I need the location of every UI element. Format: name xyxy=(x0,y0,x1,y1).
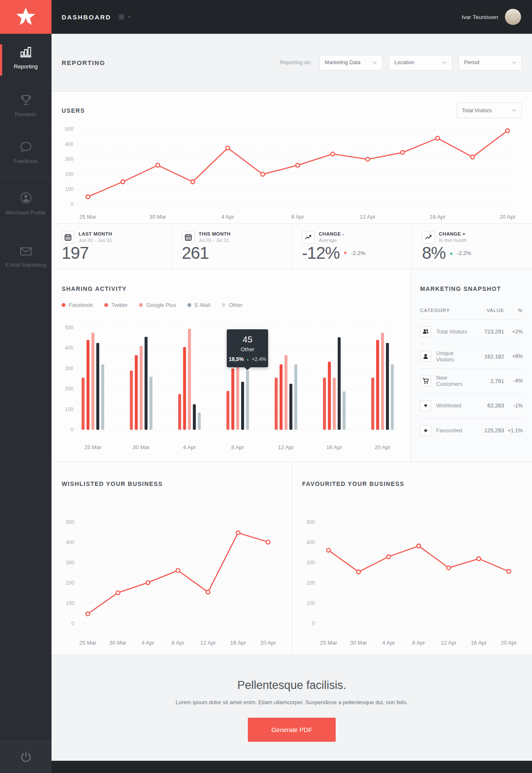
svg-text:20 Apr: 20 Apr xyxy=(375,444,391,450)
row-label: New Customers xyxy=(436,374,472,387)
svg-text:25 Mar: 25 Mar xyxy=(79,640,97,646)
svg-text:25 Mar: 25 Mar xyxy=(79,214,97,220)
marketing-snapshot-panel: MARKETING SNAPSHOT CATEGORY VALUE % Tota… xyxy=(410,269,532,462)
svg-text:200: 200 xyxy=(65,386,73,392)
heart-icon: ♥ xyxy=(420,400,431,411)
row-label: Wishlisted xyxy=(436,402,472,409)
legend-twitter[interactable]: Twitter xyxy=(104,302,128,308)
brand-logo[interactable] xyxy=(0,0,52,34)
svg-text:400: 400 xyxy=(65,345,73,351)
generate-pdf-button[interactable]: Generate PDF xyxy=(248,718,336,742)
reporting-on-label: Reporting on: xyxy=(280,60,312,65)
svg-text:0: 0 xyxy=(71,201,73,207)
sidebar-item-feedback[interactable]: Feedback xyxy=(0,130,52,177)
power-icon xyxy=(19,750,33,764)
chevron-down-icon xyxy=(512,109,516,112)
chevron-down-icon[interactable]: ▾ xyxy=(128,15,130,19)
person-circle-icon xyxy=(19,191,33,204)
sidebar-item-rewards[interactable]: Rewards xyxy=(0,83,52,130)
column-value: VALUE xyxy=(472,308,504,313)
wishlisted-section: WISHLISTED YOUR BUSINESS 010020030040050… xyxy=(52,462,292,655)
svg-text:300: 300 xyxy=(306,560,315,566)
row-value: 162,182 xyxy=(472,353,504,360)
snapshot-table-header: CATEGORY VALUE % xyxy=(420,308,523,320)
trend-arrow-icon: ▲ xyxy=(449,251,453,255)
svg-text:30 Mar: 30 Mar xyxy=(133,444,150,450)
sidebar-spacer xyxy=(0,284,52,741)
stat-label: CHANGE - xyxy=(319,231,344,236)
svg-text:8 Apr: 8 Apr xyxy=(231,444,244,450)
svg-text:100: 100 xyxy=(65,407,73,412)
marketing-data-dropdown[interactable]: Marketing Data xyxy=(319,55,383,71)
period-dropdown[interactable]: Period xyxy=(459,55,522,71)
favourited-line-chart: 010020030040050025 Mar30 Mar4 Apr8 Apr12… xyxy=(302,494,522,649)
stat-change-minus: CHANGE - Average -12% ▼ -2.2% xyxy=(292,224,412,269)
svg-text:4 Apr: 4 Apr xyxy=(382,640,395,646)
legend-email[interactable]: E-Mail xyxy=(187,302,210,308)
svg-text:0: 0 xyxy=(71,427,73,433)
column-pct: % xyxy=(504,308,523,313)
stat-label: THIS MONTH xyxy=(199,231,231,236)
speech-bubble-icon xyxy=(19,141,33,153)
footer-heading: Pellentesque facilisis. xyxy=(52,679,532,692)
chevron-down-icon xyxy=(372,61,377,64)
svg-text:500: 500 xyxy=(65,325,73,331)
settings-menu[interactable]: ▾ xyxy=(118,14,130,21)
bottom-strip xyxy=(52,761,532,773)
svg-text:0: 0 xyxy=(71,621,74,627)
trend-arrow-icon: ▼ xyxy=(343,251,347,255)
dropdown-value: Total Visitors xyxy=(462,108,492,114)
facebook-dot-icon xyxy=(62,303,65,307)
svg-text:400: 400 xyxy=(66,540,74,545)
sidebar-item-email-marketing[interactable]: E-Mail Marketing xyxy=(0,231,52,284)
users-section: USERS Total Visitors 010020030040050025 … xyxy=(52,92,532,224)
total-visitors-dropdown[interactable]: Total Visitors xyxy=(456,103,522,118)
svg-text:100: 100 xyxy=(65,186,73,192)
logout-button[interactable] xyxy=(0,741,52,773)
cart-icon xyxy=(420,375,431,386)
row-value: 2,761 xyxy=(472,378,504,384)
sharing-bar-chart: 010020030040050025 Mar30 Mar4 Apr8 Apr12… xyxy=(62,314,400,453)
legend-other[interactable]: Other xyxy=(222,302,243,308)
row-label: Total Visitors xyxy=(436,328,472,335)
row-label: Favourited xyxy=(436,427,472,434)
gear-icon[interactable] xyxy=(118,14,125,21)
favourited-section: FAVOURITED YOUR BUSINESS 010020030040050… xyxy=(292,462,532,655)
tooltip-label: Other xyxy=(227,346,268,353)
svg-text:400: 400 xyxy=(65,141,73,147)
chevron-down-icon xyxy=(512,61,516,64)
top-bar: DASHBOARD ▾ Ivar Teunissen xyxy=(0,0,532,34)
sidebar-item-reporting[interactable]: Reporting xyxy=(0,34,52,83)
stat-value: 261 xyxy=(182,244,209,261)
svg-text:30 Mar: 30 Mar xyxy=(149,214,166,220)
sharing-activity-section: SHARING ACTIVITY Facebook Twitter Google… xyxy=(52,269,410,462)
svg-text:8 Apr: 8 Apr xyxy=(171,640,185,646)
location-dropdown[interactable]: Location xyxy=(389,55,452,71)
chevron-down-icon xyxy=(442,61,447,64)
svg-text:20 Apr: 20 Apr xyxy=(260,640,276,646)
legend-label: Facebook xyxy=(69,302,93,308)
stat-delta: -2.2% xyxy=(457,250,471,256)
stats-row: LAST MONTH Jun 01 - Jun 31 197 THIS MONT… xyxy=(52,224,532,269)
svg-text:4 Apr: 4 Apr xyxy=(141,640,155,646)
sharing-legend: Facebook Twitter Google Plus E-Mail Othe… xyxy=(62,302,400,308)
tooltip-delta: +2.4% xyxy=(252,356,266,362)
user-name: Ivar Teunissen xyxy=(461,14,498,20)
row-pct: +1.1% xyxy=(504,428,523,434)
other-dot-icon xyxy=(222,303,225,307)
svg-text:4 Apr: 4 Apr xyxy=(183,444,196,450)
up-arrow-icon: ▲ xyxy=(246,357,250,361)
stat-sublabel: In this month xyxy=(439,238,467,243)
legend-google-plus[interactable]: Google Plus xyxy=(139,302,176,308)
envelope-icon xyxy=(19,246,33,257)
app-title: DASHBOARD xyxy=(62,14,111,21)
sidebar-item-merchant-profile[interactable]: Merchant Profile xyxy=(0,177,52,231)
row-pct: -1% xyxy=(504,403,523,409)
svg-text:400: 400 xyxy=(306,540,315,545)
svg-text:16 Apr: 16 Apr xyxy=(230,640,246,646)
legend-facebook[interactable]: Facebook xyxy=(62,302,93,308)
stat-change-plus: CHANGE + In this month 8% ▲ -2.2% xyxy=(412,224,532,269)
snapshot-row-total-visitors: Total Visitors 723,291 +2% xyxy=(420,320,523,344)
avatar[interactable] xyxy=(505,9,521,25)
stat-delta: -2.2% xyxy=(351,250,365,256)
